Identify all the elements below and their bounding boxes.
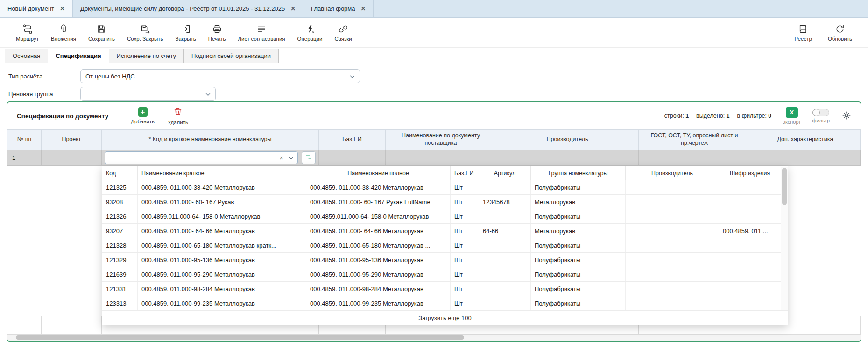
toolbar-left-group: Маршрут Вложения Сохранить Сохр. Закрыть… xyxy=(11,22,357,43)
dropdown-cell: Шт xyxy=(451,209,479,223)
tab-own-org-signatures[interactable]: Подписи своей организации xyxy=(183,49,279,63)
add-row-button[interactable]: + Добавить xyxy=(131,107,155,124)
close-button[interactable]: Закрыть xyxy=(170,22,200,43)
column-header-row-number[interactable]: № пп xyxy=(7,130,42,150)
selected-count: выделено: 1 xyxy=(696,113,729,119)
tree-view-icon xyxy=(305,153,312,162)
price-group-select[interactable] xyxy=(80,87,216,101)
spec-panel-title: Спецификации по документу xyxy=(17,113,108,120)
lightning-icon xyxy=(305,24,315,34)
dropdown-cell: Шт xyxy=(451,282,479,296)
dropdown-row[interactable]: 121639000.4859. 011.000-95-290 Металлору… xyxy=(102,267,788,282)
route-button[interactable]: Маршрут xyxy=(11,22,43,43)
attachments-button[interactable]: Вложения xyxy=(46,22,81,43)
dropdown-cell: Полуфабрикаты xyxy=(531,282,626,296)
nomenclature-combo-input[interactable]: × xyxy=(105,151,298,164)
price-group-row: Ценовая группа xyxy=(8,87,868,101)
manufacturer-cell xyxy=(496,150,639,165)
grid-header: № пп Проект * Код и краткое наименование… xyxy=(7,129,861,150)
toolbar-button-label: Маршрут xyxy=(16,36,39,42)
grid-stats: строки: 1 выделено: 1 в фильтре: 0 xyxy=(664,113,771,119)
column-header-manufacturer[interactable]: Производитель xyxy=(496,130,639,150)
horizontal-scrollbar[interactable] xyxy=(7,335,861,341)
dropdown-row[interactable]: 121325000.4859. 011.000-38-420 Металлору… xyxy=(102,180,788,195)
dropdown-cell xyxy=(626,267,719,281)
window-tab-main-form[interactable]: Главная форма ✕ xyxy=(303,0,374,17)
dropdown-column-base-unit: Баз.ЕИ xyxy=(451,166,479,180)
dropdown-row[interactable]: 121328000.4859. 011.000-65-180 Металлору… xyxy=(102,238,788,253)
dropdown-cell: 000.4859. 011.000- 64- 66 Металлорукав xyxy=(306,224,451,238)
calc-type-select[interactable]: От цены без НДС xyxy=(80,69,360,83)
trash-icon xyxy=(173,107,183,118)
dropdown-cell: 000.4859. 011.000-99-235 Металлорукав xyxy=(138,296,306,310)
dropdown-column-short-name: Наименование краткое xyxy=(138,166,306,180)
rows-count-value: 1 xyxy=(685,113,689,119)
dropdown-cell: Полуфабрикаты xyxy=(531,209,626,223)
tab-close-icon[interactable]: ✕ xyxy=(361,6,366,12)
dropdown-cell: 93207 xyxy=(102,224,138,238)
tab-close-icon[interactable]: ✕ xyxy=(290,6,296,12)
dropdown-row[interactable]: 121329000.4859. 011.000-95-136 Металлору… xyxy=(102,253,788,267)
dropdown-row[interactable]: 121326000.4859.011.000-64- 158-0 Металло… xyxy=(102,209,788,224)
horizontal-scrollbar-thumb[interactable] xyxy=(16,335,464,340)
route-icon xyxy=(22,24,33,34)
dropdown-row[interactable]: 123313000.4859. 011.000-99-235 Металлору… xyxy=(102,296,788,311)
form-tab-label: Исполнение по счету xyxy=(117,52,176,59)
registry-button[interactable]: Реестр xyxy=(790,22,817,43)
registry-book-icon xyxy=(798,24,808,34)
clear-icon[interactable]: × xyxy=(279,154,283,161)
open-hierarchy-button[interactable] xyxy=(302,151,316,164)
form-area: Тип расчёта От цены без НДС Ценовая груп… xyxy=(0,63,868,101)
chevron-down-icon[interactable] xyxy=(289,154,294,161)
links-button[interactable]: Связки xyxy=(330,22,356,43)
column-header-extra-characteristic[interactable]: Доп. характеристика xyxy=(750,130,861,150)
window-tab-contracts-registry[interactable]: Документы, имеющие силу договора - Реест… xyxy=(73,0,303,17)
refresh-button[interactable]: Обновить xyxy=(823,22,857,43)
operations-button[interactable]: Операции xyxy=(293,22,327,43)
export-excel-button[interactable]: X экспорт xyxy=(783,107,801,125)
tab-specification[interactable]: Спецификация xyxy=(48,49,109,63)
save-close-button[interactable]: Сохр. Закрыть xyxy=(122,22,168,43)
dropdown-scrollbar[interactable] xyxy=(781,167,788,310)
load-more-button[interactable]: Загрузить еще 100 xyxy=(102,311,788,325)
dropdown-cell xyxy=(479,209,531,223)
calc-type-label: Тип расчёта xyxy=(8,73,80,80)
calc-type-row: Тип расчёта От цены без НДС xyxy=(8,69,868,83)
column-header-nomenclature-code[interactable]: * Код и краткое наименование номенклатур… xyxy=(102,130,319,150)
dropdown-row[interactable]: 93207000.4859. 011.000- 64- 66 Металлору… xyxy=(102,224,788,238)
dropdown-cell xyxy=(719,282,781,296)
grid-settings-button[interactable] xyxy=(842,111,851,121)
window-tab-bar: Новый документ ✕ Документы, имеющие силу… xyxy=(0,0,868,18)
toggle-switch-icon[interactable] xyxy=(812,109,829,116)
dropdown-row[interactable]: 121331000.4859. 011.000-98-284 Металлору… xyxy=(102,282,788,296)
save-button[interactable]: Сохранить xyxy=(84,22,120,43)
column-header-base-unit[interactable]: Баз.ЕИ xyxy=(319,130,386,150)
plus-icon: + xyxy=(138,107,148,117)
delete-row-button[interactable]: Удалить xyxy=(168,107,188,125)
tab-invoice-execution[interactable]: Исполнение по счету xyxy=(109,49,184,63)
save-close-icon xyxy=(140,24,150,34)
grid-row-selected[interactable]: 1 × xyxy=(7,150,861,166)
dropdown-cell: 64-66 xyxy=(479,224,531,238)
selected-count-label: выделено: xyxy=(696,113,725,119)
dropdown-cell: Шт xyxy=(451,296,479,310)
column-header-gost[interactable]: ГОСТ, ОСТ, ТУ, опросный лист и пр.чертеж xyxy=(639,130,750,150)
dropdown-cell: 000.4859. 011.... xyxy=(719,224,781,238)
tab-main[interactable]: Основная xyxy=(5,49,48,63)
dropdown-cell: Полуфабрикаты xyxy=(531,253,626,267)
column-header-project[interactable]: Проект xyxy=(42,130,102,150)
filter-toggle[interactable]: фильтр xyxy=(812,109,830,123)
dropdown-cell: Шт xyxy=(451,267,479,281)
dropdown-scrollbar-thumb[interactable] xyxy=(782,168,787,205)
approval-sheet-button[interactable]: Лист согласования xyxy=(233,22,289,43)
dropdown-cell xyxy=(719,267,781,281)
dropdown-cell xyxy=(719,209,781,223)
tab-close-icon[interactable]: ✕ xyxy=(60,6,65,12)
print-button[interactable]: Печать xyxy=(204,22,231,43)
dropdown-row[interactable]: 93208000.4859. 011.000- 60- 167 Рукав000… xyxy=(102,195,788,209)
row-number-cell: 1 xyxy=(7,150,42,165)
column-header-supplier-doc-name[interactable]: Наименование по документу поставщика xyxy=(386,130,496,150)
extra-characteristic-cell xyxy=(750,150,861,165)
dropdown-cell: 000.4859. 011.000- 64- 66 Металлорукав xyxy=(138,224,306,238)
window-tab-new-document[interactable]: Новый документ ✕ xyxy=(0,0,73,17)
